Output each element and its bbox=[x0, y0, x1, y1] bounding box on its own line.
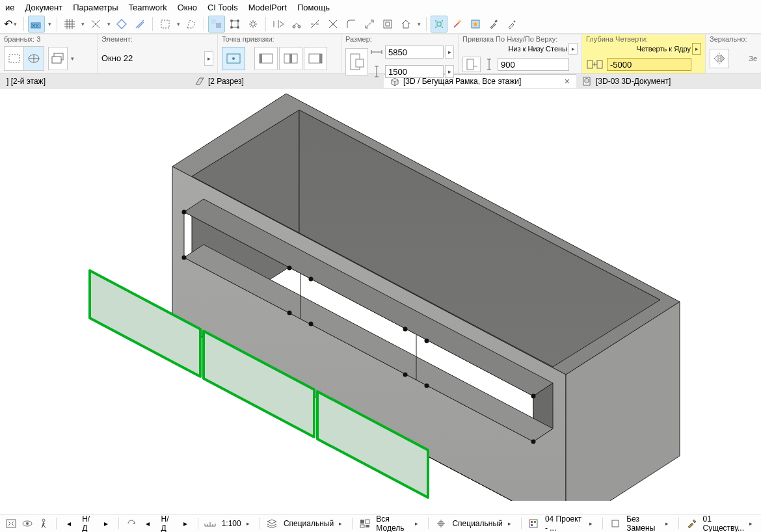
orbit-icon[interactable] bbox=[20, 516, 34, 531]
menu-item[interactable]: Окно bbox=[178, 3, 197, 12]
anchor-side1-icon[interactable] bbox=[254, 47, 278, 70]
tab-3d-doc[interactable]: [3D-03 3D-Документ] bbox=[576, 74, 761, 88]
3d-viewport[interactable] bbox=[0, 88, 761, 501]
workplane-xy-icon[interactable]: XY bbox=[28, 16, 45, 33]
marquee-rect-icon[interactable] bbox=[157, 16, 174, 33]
width-input[interactable] bbox=[385, 46, 444, 59]
anchor-center-icon[interactable] bbox=[222, 47, 245, 70]
prev-icon[interactable]: ◂ bbox=[62, 516, 75, 531]
gravity-icon[interactable] bbox=[431, 16, 447, 33]
svg-rect-4 bbox=[216, 23, 221, 28]
anchor-point-panel: Точка привязки: bbox=[218, 34, 341, 73]
fillet-icon[interactable] bbox=[343, 16, 360, 33]
dropdown-arrow-icon[interactable]: ▾ bbox=[105, 21, 112, 27]
resize-icon[interactable] bbox=[361, 16, 378, 33]
eyedropper-icon[interactable] bbox=[485, 16, 502, 33]
model-filter-icon[interactable] bbox=[358, 516, 371, 531]
next-icon[interactable]: ▸ bbox=[100, 516, 113, 531]
walk-icon[interactable] bbox=[37, 516, 51, 531]
svg-rect-57 bbox=[366, 520, 369, 524]
size-link-icon[interactable] bbox=[345, 48, 368, 75]
tab-floorplan[interactable]: ] [2-й этаж] bbox=[0, 74, 189, 88]
explode-icon[interactable] bbox=[245, 16, 261, 33]
document-3d-icon bbox=[583, 77, 592, 86]
svg-point-11 bbox=[332, 23, 334, 25]
pen-set-icon[interactable] bbox=[527, 516, 541, 531]
dropdown-arrow-icon[interactable]: ▾ bbox=[175, 21, 181, 27]
svg-rect-60 bbox=[529, 520, 537, 527]
svg-rect-59 bbox=[366, 525, 369, 527]
height-input[interactable] bbox=[385, 65, 444, 78]
guide-parallel-icon[interactable] bbox=[131, 16, 148, 33]
existing-combo[interactable]: 01 Существу...▸ bbox=[701, 514, 757, 533]
reveal-depth-panel: Глубина Четверти: Четверть к Ядру ▸ bbox=[582, 34, 706, 73]
snap-icon[interactable] bbox=[87, 16, 104, 33]
renovation-combo[interactable]: Без Замены▸ bbox=[624, 514, 673, 533]
expand-button[interactable]: ▸ bbox=[692, 43, 701, 55]
zoom-fit-icon[interactable] bbox=[4, 516, 18, 531]
marquee-poly-icon[interactable] bbox=[183, 16, 200, 33]
dropdown-arrow-icon[interactable]: ▾ bbox=[79, 21, 86, 27]
element-name: Окно 22 bbox=[101, 53, 133, 63]
intersect-icon[interactable] bbox=[325, 16, 341, 33]
anchor-side2-icon[interactable] bbox=[304, 47, 327, 70]
scale-icon[interactable] bbox=[203, 516, 217, 531]
panel-title: Зеркально: bbox=[710, 35, 757, 44]
suspend-groups-icon[interactable] bbox=[208, 16, 225, 33]
svg-rect-19 bbox=[494, 20, 498, 23]
expand-button[interactable]: ▸ bbox=[445, 65, 454, 78]
magic-wand-icon[interactable] bbox=[449, 16, 466, 33]
close-icon[interactable]: × bbox=[565, 76, 570, 86]
scale-combo[interactable]: 1:100▸ bbox=[220, 518, 254, 529]
sill-height-input[interactable] bbox=[498, 58, 569, 71]
split-icon[interactable] bbox=[270, 16, 287, 33]
size-panel: Размер: ▸ ▸ bbox=[341, 34, 459, 73]
dropdown-arrow-icon[interactable]: ▾ bbox=[69, 55, 75, 62]
svg-point-15 bbox=[442, 20, 443, 21]
next-icon[interactable]: ▸ bbox=[178, 516, 192, 531]
anchor-center2-icon[interactable] bbox=[279, 47, 302, 70]
expand-button[interactable]: ▸ bbox=[204, 51, 213, 66]
menu-item[interactable]: Параметры bbox=[73, 3, 118, 12]
anchor-reference-icon[interactable] bbox=[462, 57, 481, 72]
mirror-icon[interactable] bbox=[710, 49, 729, 68]
home-icon[interactable] bbox=[397, 16, 414, 33]
prev-icon[interactable]: ◂ bbox=[140, 516, 154, 531]
svg-rect-61 bbox=[531, 521, 533, 523]
menu-item[interactable]: Teamwork bbox=[128, 3, 167, 12]
marquee-rect-icon[interactable] bbox=[5, 47, 24, 70]
reveal-depth-input[interactable] bbox=[607, 58, 691, 71]
guide-rhombus-icon[interactable] bbox=[113, 16, 130, 33]
layer-combi-icon[interactable] bbox=[48, 47, 68, 70]
partial-display-icon[interactable] bbox=[434, 516, 447, 531]
svg-rect-2 bbox=[161, 20, 169, 28]
hammer-icon[interactable] bbox=[684, 516, 698, 531]
model-combo[interactable]: Вся Модель▸ bbox=[374, 514, 423, 533]
menu-item[interactable]: Помощь bbox=[297, 3, 330, 12]
align-nodes-icon[interactable] bbox=[226, 16, 243, 33]
layers-combo[interactable]: Специальный▸ bbox=[282, 518, 347, 529]
project-combo[interactable]: 04 Проект - ...▸ bbox=[543, 514, 597, 533]
svg-point-49 bbox=[425, 384, 429, 388]
menu-item[interactable]: Документ bbox=[25, 3, 63, 12]
svg-rect-36 bbox=[597, 60, 602, 68]
offset-edge-icon[interactable] bbox=[379, 16, 396, 33]
expand-button[interactable]: ▸ bbox=[445, 46, 454, 59]
grid-icon[interactable] bbox=[61, 16, 78, 33]
undo-icon[interactable]: ↶▾ bbox=[3, 16, 20, 33]
dropdown-arrow-icon[interactable]: ▾ bbox=[46, 21, 53, 27]
rotate-icon[interactable] bbox=[124, 516, 138, 531]
partial-combo[interactable]: Специальный▸ bbox=[450, 518, 515, 529]
menu-item[interactable]: ModelPort bbox=[248, 3, 287, 12]
favorites-icon[interactable] bbox=[467, 16, 484, 33]
renovation-icon[interactable] bbox=[608, 516, 622, 531]
inject-icon[interactable] bbox=[503, 16, 520, 33]
element-filter-icon[interactable] bbox=[24, 47, 44, 70]
layers-icon[interactable] bbox=[265, 516, 279, 531]
menu-item[interactable]: ие bbox=[5, 3, 15, 12]
expand-button[interactable]: ▸ bbox=[568, 43, 578, 55]
menu-item[interactable]: CI Tools bbox=[207, 3, 238, 12]
adjust-icon[interactable] bbox=[306, 16, 323, 33]
trim-icon[interactable] bbox=[288, 16, 305, 33]
dropdown-arrow-icon[interactable]: ▾ bbox=[416, 21, 422, 27]
